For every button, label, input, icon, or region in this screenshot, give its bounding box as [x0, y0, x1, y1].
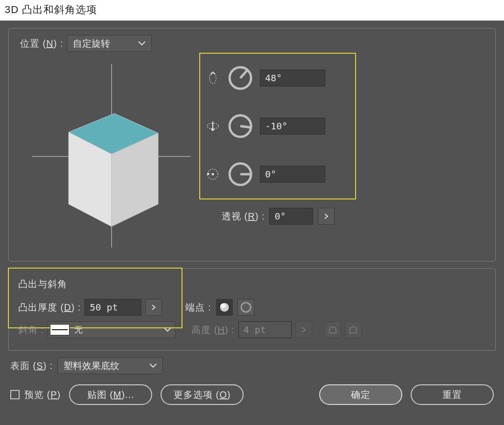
extrude-highlight-box — [8, 268, 182, 328]
rotate-y-input[interactable]: -10° — [260, 118, 325, 135]
extrude-bevel-fieldset: 凸出与斜角 凸出厚度 (D) : 50 pt 端点 : — [8, 268, 496, 351]
more-options-button[interactable]: 更多选项 (O) — [161, 384, 244, 405]
perspective-stepper[interactable] — [318, 208, 335, 225]
rotate-x-dial[interactable] — [227, 65, 253, 91]
extrude-depth-label: 凸出厚度 (D) : — [18, 301, 81, 314]
bevel-label: 斜角 : — [18, 324, 44, 336]
window-title: 3D 凸出和斜角选项 — [0, 0, 504, 21]
surface-dropdown[interactable]: 塑料效果底纹 — [57, 357, 163, 374]
bevel-swatch-icon — [50, 324, 70, 335]
rotate-z-dial[interactable] — [227, 161, 253, 187]
bevel-dropdown-value: 无 — [74, 324, 83, 335]
svg-line-7 — [240, 70, 248, 78]
rotate-y-icon — [205, 120, 221, 132]
cap-off-button[interactable] — [238, 299, 254, 316]
svg-point-18 — [220, 304, 226, 308]
preview-checkbox[interactable]: 预览 (P) — [10, 389, 61, 401]
bevel-height-input: 4 pt — [238, 321, 292, 338]
svg-point-19 — [241, 303, 251, 312]
extrude-section-title: 凸出与斜角 — [18, 278, 486, 290]
svg-line-11 — [240, 126, 251, 128]
position-label: 位置 (N) : — [20, 37, 63, 50]
extrude-depth-input[interactable]: 50 pt — [84, 299, 141, 316]
map-art-button[interactable]: 贴图 (M)... — [69, 384, 152, 405]
bevel-in-button — [324, 321, 341, 338]
bevel-out-button — [345, 321, 362, 338]
checkbox-icon — [10, 390, 20, 399]
rotate-y-row: -10° — [205, 113, 350, 139]
bevel-dropdown[interactable]: 无 — [48, 321, 175, 338]
cap-label: 端点 : — [185, 301, 211, 314]
bevel-height-stepper — [295, 321, 312, 338]
position-dropdown[interactable]: 自定旋转 — [67, 35, 152, 52]
chevron-down-icon — [149, 363, 157, 368]
rotation-highlight-box: 48° -10° — [199, 53, 356, 199]
perspective-input[interactable]: 0° — [269, 208, 313, 225]
rotate-x-icon — [205, 71, 221, 85]
ok-button[interactable]: 确定 — [319, 384, 402, 405]
chevron-down-icon — [164, 327, 171, 332]
perspective-row: 透视 (R) : 0° — [222, 208, 356, 225]
preview-label: 预览 (P) — [24, 389, 61, 401]
rotate-z-icon — [205, 168, 221, 181]
svg-point-13 — [212, 173, 214, 176]
dialog-footer: 预览 (P) 贴图 (M)... 更多选项 (O) 确定 重置 — [8, 383, 496, 406]
rotate-z-row: 0° — [205, 161, 350, 187]
position-fieldset: 位置 (N) : 自定旋转 — [8, 28, 496, 262]
surface-label: 表面 (S) : — [10, 360, 53, 372]
bevel-height-label: 高度 (H) : — [191, 324, 234, 336]
rotate-x-row: 48° — [205, 65, 350, 91]
position-dropdown-value: 自定旋转 — [73, 37, 110, 50]
cap-on-button[interactable] — [216, 299, 233, 316]
rotate-x-input[interactable]: 48° — [260, 70, 325, 86]
rotate-y-dial[interactable] — [227, 113, 253, 139]
surface-dropdown-value: 塑料效果底纹 — [63, 360, 119, 372]
extrude-depth-stepper[interactable] — [145, 299, 162, 316]
rotate-z-input[interactable]: 0° — [260, 166, 325, 183]
perspective-label: 透视 (R) : — [222, 210, 265, 223]
chevron-down-icon — [138, 41, 146, 46]
rotation-cube-preview[interactable] — [18, 58, 196, 250]
reset-button[interactable]: 重置 — [411, 384, 494, 405]
